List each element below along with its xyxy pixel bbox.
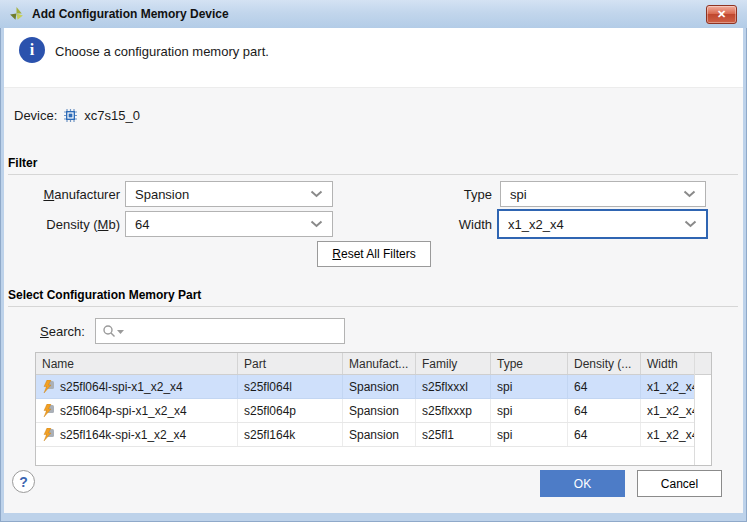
device-chip-icon (63, 108, 78, 123)
chevron-down-icon (310, 190, 323, 198)
memory-part-icon (42, 380, 55, 393)
type-label: Type (384, 181, 492, 207)
manufacturer-select[interactable]: Spansion (125, 181, 333, 207)
column-header-family[interactable]: Family (416, 353, 491, 374)
table-row[interactable]: s25fl164k-spi-x1_x2_x4 s25fl164k Spansio… (36, 423, 695, 447)
vivado-logo-icon (8, 6, 25, 23)
density-value: 64 (135, 217, 310, 232)
memory-part-icon (42, 404, 55, 417)
column-header-name[interactable]: Name (36, 353, 238, 374)
help-icon: ? (19, 474, 28, 490)
ok-button[interactable]: OK (540, 470, 625, 497)
manufacturer-label: Manufacturer (14, 181, 120, 207)
search-box (95, 318, 345, 344)
device-label: Device: (14, 108, 57, 123)
chevron-down-icon (684, 220, 697, 228)
column-header-width[interactable]: Width (641, 353, 695, 374)
width-select[interactable]: x1_x2_x4 (497, 209, 708, 239)
caret-down-icon (117, 329, 124, 334)
search-icon (102, 324, 116, 338)
search-options-button[interactable] (102, 324, 124, 338)
close-icon: ✕ (717, 8, 726, 21)
info-banner: i Choose a configuration memory part. (4, 28, 743, 88)
width-label: Width (384, 211, 492, 237)
window-title: Add Configuration Memory Device (32, 7, 229, 21)
dialog-body: i Choose a configuration memory part. De… (4, 28, 743, 513)
manufacturer-value: Spansion (135, 187, 310, 202)
filter-divider (8, 174, 738, 175)
column-header-part[interactable]: Part (238, 353, 343, 374)
column-header-manufacturer[interactable]: Manufact... (343, 353, 416, 374)
density-label: Density (Mb) (14, 211, 120, 237)
device-row: Device: xc7s15_0 (14, 108, 140, 123)
title-bar[interactable]: Add Configuration Memory Device (0, 0, 747, 28)
memory-parts-table: Name Part Manufact... Family Type Densit… (35, 352, 712, 466)
help-button[interactable]: ? (12, 470, 35, 493)
search-label: Search: (40, 324, 85, 339)
column-header-type[interactable]: Type (491, 353, 568, 374)
memory-part-icon (42, 428, 55, 441)
scrollbar-header-cap (695, 353, 711, 375)
chevron-down-icon (683, 190, 696, 198)
parts-divider (8, 306, 738, 307)
width-value: x1_x2_x4 (508, 217, 684, 232)
cancel-button[interactable]: Cancel (637, 470, 722, 497)
type-value: spi (510, 187, 683, 202)
banner-message: Choose a configuration memory part. (55, 44, 269, 59)
dialog-window: Add Configuration Memory Device ✕ i Choo… (0, 0, 747, 522)
device-value: xc7s15_0 (84, 108, 140, 123)
table-scrollbar[interactable] (694, 353, 711, 465)
search-input[interactable] (128, 319, 344, 343)
info-icon: i (19, 37, 45, 63)
type-select[interactable]: spi (500, 181, 706, 207)
reset-all-filters-button[interactable]: Reset All Filters (317, 241, 431, 267)
table-header: Name Part Manufact... Family Type Densit… (36, 353, 695, 375)
chevron-down-icon (310, 220, 323, 228)
filter-heading: Filter (8, 156, 37, 170)
column-header-density[interactable]: Density (... (568, 353, 641, 374)
table-row[interactable]: s25fl064p-spi-x1_x2_x4 s25fl064p Spansio… (36, 399, 695, 423)
table-row[interactable]: s25fl064l-spi-x1_x2_x4 s25fl064l Spansio… (36, 375, 695, 399)
parts-heading: Select Configuration Memory Part (8, 288, 201, 302)
density-select[interactable]: 64 (125, 211, 333, 237)
close-button[interactable]: ✕ (706, 5, 737, 24)
